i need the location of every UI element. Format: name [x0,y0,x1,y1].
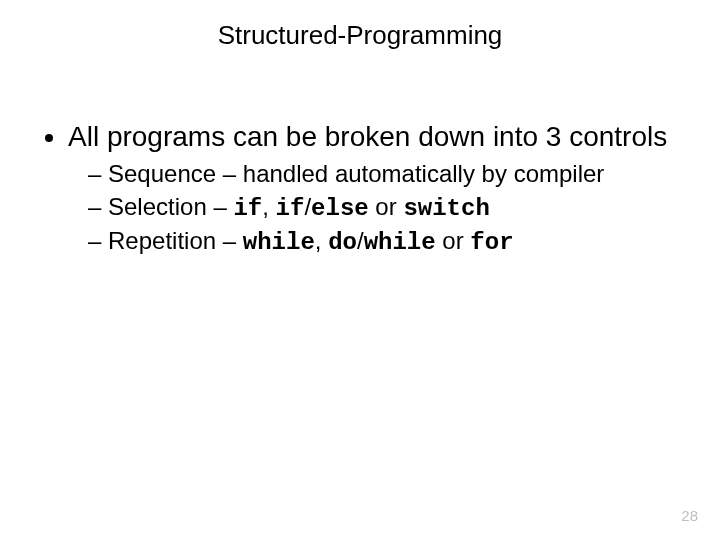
sel-label: Selection [108,193,207,220]
sub-selection: Selection – if, if/else or switch [88,192,680,225]
rep-sep1: , [315,227,328,254]
slide-body: All programs can be broken down into 3 c… [40,120,680,267]
kw-switch: switch [403,195,489,222]
bullet-list-level2: Sequence – handled automatically by comp… [68,159,680,259]
kw-if: if [233,195,262,222]
sub-sequence: Sequence – handled automatically by comp… [88,159,680,190]
bullet-list-level1: All programs can be broken down into 3 c… [40,120,680,259]
sub-repetition: Repetition – while, do/while or for [88,226,680,259]
bullet-main-text: All programs can be broken down into 3 c… [68,121,667,152]
rep-label: Repetition [108,227,216,254]
rep-slash: / [357,227,364,254]
sel-sep1: , [262,193,275,220]
kw-while2: while [364,229,436,256]
kw-if2: if [276,195,305,222]
kw-for: for [470,229,513,256]
bullet-main: All programs can be broken down into 3 c… [68,120,680,259]
slide: Structured-Programming All programs can … [0,0,720,540]
seq-desc: handled automatically by compiler [243,160,605,187]
kw-while: while [243,229,315,256]
rep-or: or [436,227,471,254]
kw-else: else [311,195,369,222]
page-number: 28 [681,507,698,524]
seq-label: Sequence [108,160,216,187]
sel-or: or [369,193,404,220]
slide-title: Structured-Programming [0,20,720,51]
kw-do: do [328,229,357,256]
